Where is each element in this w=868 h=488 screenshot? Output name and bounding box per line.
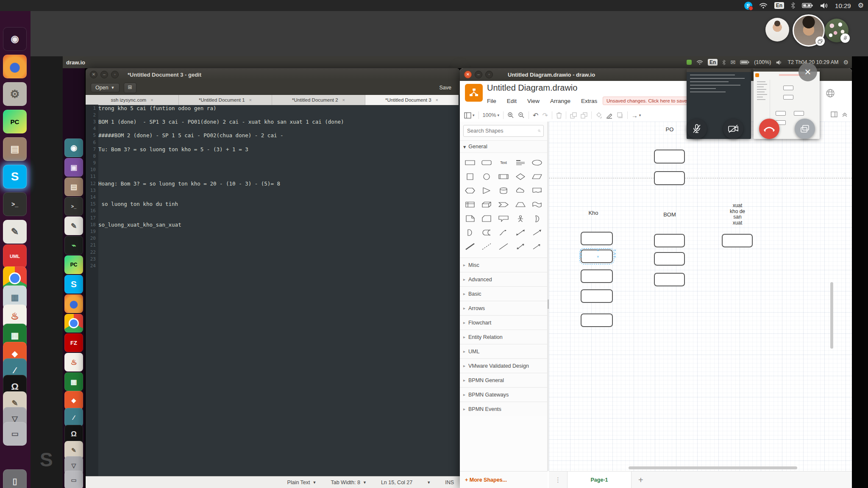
camera-off-button[interactable] xyxy=(723,119,743,139)
kho-box[interactable] xyxy=(581,289,613,303)
minimize-button[interactable]: – xyxy=(100,71,108,78)
skype-icon[interactable]: S xyxy=(3,165,27,189)
horizontal-scrollbar[interactable] xyxy=(629,466,797,469)
shape-link[interactable] xyxy=(462,239,479,253)
tab--untitled-document-2[interactable]: *Untitled Document 2× xyxy=(272,95,365,105)
pycharm-icon[interactable]: PC xyxy=(3,110,27,133)
undo-button[interactable]: ↶ xyxy=(533,111,538,119)
section-bpmn-events[interactable]: ▸BPMN Events xyxy=(460,402,547,416)
shape-ellipse[interactable] xyxy=(529,155,545,169)
minimize-button[interactable]: – xyxy=(475,71,482,78)
settings-gear-icon[interactable]: ⚙ xyxy=(858,2,864,9)
vertical-scrollbar[interactable] xyxy=(830,282,833,349)
shape-actor[interactable] xyxy=(512,211,529,225)
bom-box[interactable] xyxy=(654,234,685,247)
cursor-position[interactable]: Ln 15, Col 27 xyxy=(381,480,412,485)
libreoffice-draw-icon[interactable]: ◆ xyxy=(64,391,83,410)
save-button[interactable]: Save xyxy=(436,83,455,92)
participant-avatar[interactable] xyxy=(765,18,789,42)
shape-parallelogram[interactable] xyxy=(529,169,545,183)
shape-square[interactable] xyxy=(462,169,479,183)
terminal-icon[interactable]: >_ xyxy=(64,197,83,216)
trash-icon[interactable]: ▯ xyxy=(3,469,27,488)
shape-bidirectional-arrow[interactable] xyxy=(512,225,529,239)
shape-directional-connector[interactable] xyxy=(529,239,545,253)
language-indicator[interactable]: En xyxy=(774,2,784,9)
shape-rounded-rectangle[interactable] xyxy=(479,155,495,169)
firefox-icon[interactable] xyxy=(64,294,83,313)
document-title[interactable]: Untitled Diagram.drawio xyxy=(487,83,577,93)
shape-arrow[interactable] xyxy=(529,225,545,239)
shadow-button[interactable] xyxy=(617,112,623,119)
tab-ssh-izysync-com[interactable]: ssh izysync.com× xyxy=(86,95,179,105)
shape-bidirectional-connector[interactable] xyxy=(512,239,529,253)
to-front-button[interactable] xyxy=(570,112,577,119)
line-color-button[interactable] xyxy=(606,112,613,119)
collapse-expand-icon[interactable] xyxy=(842,111,848,119)
close-tab-icon[interactable]: × xyxy=(436,97,438,103)
gedit-icon[interactable]: ✎ xyxy=(3,220,27,244)
bom-box[interactable] xyxy=(654,252,685,266)
add-page-button[interactable]: + xyxy=(638,475,643,485)
participant-avatar[interactable] xyxy=(825,19,849,42)
shape-trapezoid[interactable] xyxy=(512,197,529,211)
section-flowchart[interactable]: ▸Flowchart xyxy=(460,315,547,330)
tab--untitled-document-1[interactable]: *Untitled Document 1× xyxy=(179,95,272,105)
menu-view[interactable]: View xyxy=(527,98,540,104)
shape-rectangle[interactable] xyxy=(462,155,479,169)
section-arrows[interactable]: ▸Arrows xyxy=(460,301,547,315)
zoom-level-selector[interactable]: 100%▾ xyxy=(483,112,500,118)
kho-box[interactable] xyxy=(581,269,613,283)
shape-dashed-line[interactable] xyxy=(479,239,495,253)
shape-cube[interactable] xyxy=(479,197,495,211)
umlet-icon[interactable]: UML xyxy=(3,244,27,268)
section-basic[interactable]: ▸Basic xyxy=(460,286,547,301)
close-tab-icon[interactable]: × xyxy=(342,97,345,103)
tab--untitled-document-3[interactable]: *Untitled Document 3× xyxy=(365,95,459,105)
filezilla-icon[interactable]: FZ xyxy=(64,333,83,352)
system-monitor-icon[interactable]: ⌁ xyxy=(64,236,83,255)
section-misc[interactable]: ▸Misc xyxy=(460,258,547,272)
chevron-down-icon[interactable]: ▼ xyxy=(427,480,431,485)
share-screen-button[interactable] xyxy=(795,119,815,139)
file-cabinet-icon[interactable]: ▤ xyxy=(64,177,83,196)
volume-icon[interactable] xyxy=(820,3,828,9)
document-type-selector[interactable]: Plain Text▼ xyxy=(287,480,317,485)
color-picker-icon[interactable]: ∕ xyxy=(64,408,83,427)
kho-box[interactable] xyxy=(581,313,613,327)
skype-tray-icon[interactable]: S xyxy=(744,2,752,10)
shape-card[interactable] xyxy=(479,211,495,225)
tab-width-selector[interactable]: Tab Width: 8▼ xyxy=(331,480,366,485)
shape-cloud[interactable] xyxy=(512,183,529,197)
wifi-icon[interactable] xyxy=(759,3,768,8)
shape-textbox[interactable] xyxy=(512,155,529,169)
zoom-in-button[interactable] xyxy=(507,112,514,119)
section-uml[interactable]: ▸UML xyxy=(460,344,547,358)
shape-data-storage[interactable] xyxy=(479,225,495,239)
section-bpmn-general[interactable]: ▸BPMN General xyxy=(460,373,547,387)
shape-triangle[interactable] xyxy=(479,183,495,197)
menu-arrange[interactable]: Arrange xyxy=(550,98,570,104)
gedit-titlebar[interactable]: ✕ – ▫ *Untitled Document 3 - gedit xyxy=(86,68,460,81)
section-entity-relation[interactable]: ▸Entity Relation xyxy=(460,330,547,344)
settings-gear-icon[interactable]: ⚙ xyxy=(843,59,849,66)
hangup-button[interactable] xyxy=(759,119,779,139)
close-icon[interactable]: ✕ xyxy=(798,63,817,81)
menu-file[interactable]: File xyxy=(487,98,496,104)
shape-note[interactable] xyxy=(462,211,479,225)
redo-button[interactable]: ↷ xyxy=(542,111,548,119)
skype-icon[interactable]: S xyxy=(64,275,83,294)
shape-process[interactable] xyxy=(495,169,512,183)
ubuntu-dash-icon[interactable]: ◉ xyxy=(3,27,27,51)
java-icon[interactable]: ♨ xyxy=(64,353,83,372)
to-back-button[interactable] xyxy=(581,112,587,119)
insert-mode-indicator[interactable]: INS xyxy=(445,480,454,485)
shape-document[interactable] xyxy=(529,183,545,197)
shape-tape[interactable] xyxy=(529,197,545,211)
search-input[interactable] xyxy=(466,128,536,134)
firefox-icon[interactable] xyxy=(3,55,27,78)
mute-microphone-button[interactable] xyxy=(687,119,707,139)
shape-diamond[interactable] xyxy=(512,169,529,183)
po-box[interactable] xyxy=(654,150,685,164)
kho-box[interactable]: ×××××××× xyxy=(581,250,613,263)
